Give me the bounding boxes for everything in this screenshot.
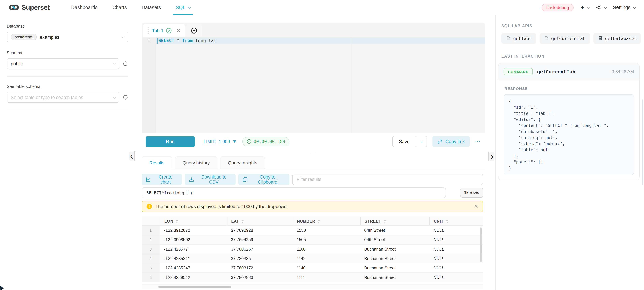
api-chip-getdatabases[interactable]: getDatabases bbox=[593, 33, 641, 44]
top-navbar: Superset Dashboards Charts Datasets SQL … bbox=[0, 0, 644, 15]
last-interaction-title: LAST INTERACTION bbox=[502, 54, 644, 58]
command-badge: COMMAND bbox=[504, 68, 532, 75]
response-json-box: { "id": "1", "title": "Tab 1", "editor":… bbox=[504, 94, 634, 175]
tab-query-insights[interactable]: Query Insights bbox=[220, 156, 265, 169]
nav-item-sql[interactable]: SQL bbox=[168, 0, 198, 15]
query-tab-1[interactable]: Tab 1 ✕ bbox=[143, 24, 185, 37]
save-button[interactable]: Save bbox=[393, 136, 416, 147]
chevron-down-icon bbox=[633, 5, 636, 8]
chevron-down-icon bbox=[420, 139, 424, 143]
sort-icon[interactable] bbox=[446, 220, 448, 223]
close-tab-icon[interactable]: ✕ bbox=[176, 28, 181, 34]
column-header-lon[interactable]: LON bbox=[160, 217, 227, 225]
create-chart-button[interactable]: Create chart bbox=[142, 174, 182, 185]
api-panel-title: SQL LAB APIS bbox=[502, 24, 644, 28]
sort-icon[interactable] bbox=[318, 220, 320, 223]
caret-down-icon bbox=[233, 140, 236, 143]
sort-icon[interactable] bbox=[384, 220, 386, 223]
executed-query-text: SELECT * from long_lat bbox=[142, 187, 446, 198]
column-header-lat[interactable]: LAT bbox=[227, 217, 292, 225]
api-chip-gettabs[interactable]: getTabs bbox=[502, 33, 536, 44]
link-icon bbox=[438, 139, 443, 144]
row-count-badge: 1k rows bbox=[460, 188, 483, 198]
plus-icon: + bbox=[580, 4, 585, 11]
row-index-header bbox=[142, 217, 160, 225]
copy-link-button[interactable]: Copy link bbox=[432, 136, 470, 147]
last-interaction-card: COMMAND getCurrentTab 9:34:48 AM RESPONS… bbox=[498, 63, 640, 180]
sql-code-line: SELECT * from long_lat bbox=[158, 38, 216, 43]
sort-icon[interactable] bbox=[176, 220, 178, 223]
command-name: getCurrentTab bbox=[537, 69, 575, 74]
refresh-icon[interactable] bbox=[123, 61, 128, 66]
superset-logo[interactable]: Superset bbox=[9, 3, 50, 11]
table-select[interactable]: Select table or type to search tables bbox=[7, 92, 119, 103]
table-row[interactable]: 4 -122.4285341 37.780385 1142 Buchanan S… bbox=[142, 254, 482, 263]
navbar-right: flask-debug + Settings bbox=[542, 3, 635, 11]
api-chips: getTabs getCurrentTab getDatabases bbox=[502, 33, 644, 44]
query-tab-title: Tab 1 bbox=[152, 28, 164, 33]
response-json: { "id": "1", "title": "Tab 1", "editor":… bbox=[509, 98, 629, 171]
limit-dropdown[interactable]: LIMIT: 1 000 bbox=[204, 139, 236, 144]
sort-icon[interactable] bbox=[242, 220, 244, 223]
chevron-down-icon bbox=[122, 35, 125, 38]
pane-resize-handle[interactable] bbox=[142, 151, 485, 156]
collapse-sidebar-button[interactable]: ❮ bbox=[129, 152, 134, 161]
query-timer: 00:00:00.189 bbox=[242, 137, 290, 146]
vertical-scrollbar-thumb[interactable] bbox=[480, 227, 482, 262]
theme-menu[interactable] bbox=[596, 5, 606, 10]
print-margin-line bbox=[351, 37, 351, 133]
close-icon[interactable]: ✕ bbox=[474, 203, 478, 210]
schema-select[interactable]: public bbox=[7, 58, 119, 69]
timer-value: 00:00:00.189 bbox=[254, 139, 285, 144]
panel-scrollbar-thumb[interactable] bbox=[642, 99, 643, 185]
api-chip-getcurrenttab[interactable]: getCurrentTab bbox=[540, 33, 590, 44]
nav-item-datasets[interactable]: Datasets bbox=[134, 0, 168, 15]
horizontal-scrollbar[interactable] bbox=[142, 285, 482, 289]
schema-label: Schema bbox=[7, 50, 128, 55]
sun-icon bbox=[596, 5, 601, 10]
tab-query-history[interactable]: Query history bbox=[175, 156, 218, 169]
table-row[interactable]: 2 -122.3908502 37.7694259 1505 04th Stre… bbox=[142, 235, 482, 245]
interaction-timestamp: 9:34:48 AM bbox=[612, 69, 634, 74]
tab-results[interactable]: Results bbox=[142, 156, 172, 169]
left-pane-scrollbar[interactable] bbox=[134, 151, 136, 161]
chevron-down-icon bbox=[113, 95, 116, 98]
nav-item-dashboards[interactable]: Dashboards bbox=[64, 0, 105, 15]
environment-badge: flask-debug bbox=[542, 3, 574, 11]
table-header-row: LON LAT NUMBER STREET UNIT bbox=[142, 217, 482, 226]
filter-results-input[interactable] bbox=[292, 174, 483, 185]
new-tab-button[interactable] bbox=[186, 24, 202, 37]
more-options-button[interactable]: ⋯ bbox=[475, 138, 481, 145]
chevron-down-icon bbox=[113, 61, 116, 65]
clipboard-icon bbox=[242, 177, 247, 182]
table-row[interactable]: 3 -122.428577 37.7806267 1160 Buchanan S… bbox=[142, 245, 482, 254]
table-row[interactable]: 6 -122.4289542 37.7802883 1111 Buchanan … bbox=[142, 273, 482, 282]
table-row[interactable]: 1 -122.3912672 37.7690928 1550 04th Stre… bbox=[142, 226, 482, 235]
line-number: 1 bbox=[142, 37, 156, 43]
horizontal-scrollbar-thumb[interactable] bbox=[158, 286, 231, 288]
right-pane-scrollbar[interactable] bbox=[488, 152, 489, 161]
table-row[interactable]: 5 -122.4285247 37.7803172 1140 Buchanan … bbox=[142, 263, 482, 273]
database-label: Database bbox=[7, 24, 128, 29]
schema-value: public bbox=[11, 61, 23, 66]
database-select[interactable]: postgresql examples bbox=[7, 32, 128, 42]
column-header-unit[interactable]: UNIT bbox=[429, 217, 482, 225]
column-header-street[interactable]: STREET bbox=[360, 217, 429, 225]
main-nav: Dashboards Charts Datasets SQL bbox=[64, 0, 198, 15]
settings-menu[interactable]: Settings bbox=[613, 5, 635, 10]
drag-handle-icon[interactable] bbox=[148, 27, 148, 34]
nav-item-charts[interactable]: Charts bbox=[105, 0, 134, 15]
interaction-body: RESPONSE { "id": "1", "title": "Tab 1", … bbox=[498, 80, 639, 180]
download-csv-button[interactable]: Download to CSV bbox=[185, 174, 236, 185]
new-item-menu[interactable]: + bbox=[580, 4, 590, 11]
run-button[interactable]: Run bbox=[146, 136, 195, 147]
chevron-down-icon bbox=[587, 5, 590, 8]
expand-panel-button[interactable]: ❯ bbox=[489, 152, 494, 161]
results-tabbar: Results Query history Query Insights bbox=[142, 156, 485, 169]
grip-icon bbox=[311, 152, 316, 154]
column-header-number[interactable]: NUMBER bbox=[292, 217, 360, 225]
sql-editor[interactable]: 1 SELECT * from long_lat bbox=[142, 37, 485, 133]
refresh-icon[interactable] bbox=[123, 95, 128, 100]
copy-to-clipboard-button[interactable]: Copy to Clipboard bbox=[238, 174, 290, 185]
save-options-button[interactable] bbox=[416, 136, 427, 147]
